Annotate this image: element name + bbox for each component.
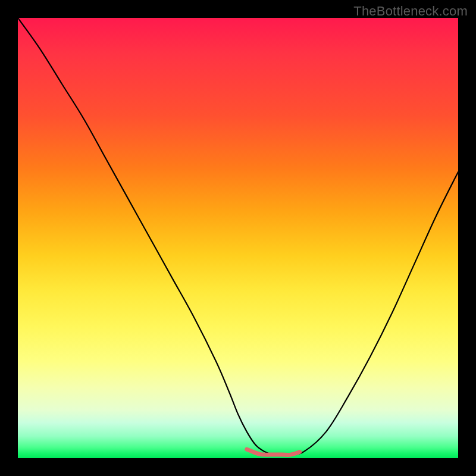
curve-layer (18, 18, 458, 458)
watermark-label: TheBottleneck.com (353, 4, 468, 19)
trough-highlight (247, 449, 300, 455)
chart-stage: TheBottleneck.com (0, 0, 476, 476)
bottleneck-curve (18, 18, 458, 455)
plot-area (18, 18, 458, 458)
